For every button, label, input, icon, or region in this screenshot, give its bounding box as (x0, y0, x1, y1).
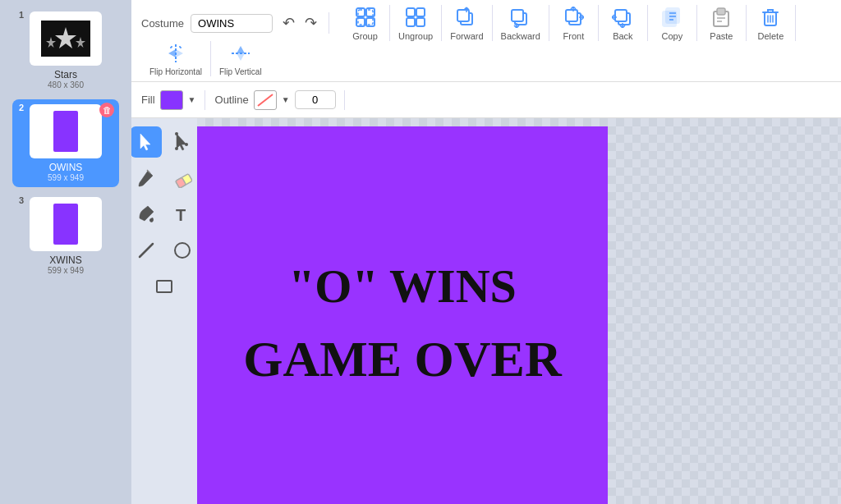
costume-label-stars: Stars (54, 69, 77, 80)
svg-rect-26 (717, 8, 725, 15)
eraser-tool[interactable] (167, 163, 198, 194)
copy-section: Copy (648, 5, 697, 41)
fill-color-swatch[interactable] (160, 90, 183, 110)
flip-h-section: Flip Horizontal (141, 41, 211, 76)
delete-section: Delete (747, 5, 796, 41)
outline-label: Outline (215, 94, 249, 106)
flip-h-button[interactable] (162, 41, 190, 66)
backward-button[interactable] (507, 5, 535, 30)
toolbar-top: Costume ↶ ↷ Group Ungroup (131, 0, 841, 82)
fill-bucket-tool[interactable] (131, 199, 162, 230)
reshape-tool[interactable] (167, 126, 198, 158)
line-tool[interactable] (131, 235, 162, 266)
svg-rect-13 (407, 18, 415, 26)
costume-item-stars[interactable]: 1 Stars 480 x 360 (12, 7, 119, 94)
costume-item-xwins[interactable]: 3 XWINS 599 x 949 (12, 192, 119, 280)
rect-tool[interactable] (149, 271, 180, 302)
costume-thumb-stars (30, 11, 102, 66)
front-label: Front (563, 31, 585, 41)
canvas-text-gameover: GAME OVER (243, 330, 562, 388)
tools-panel: T (131, 118, 197, 504)
select-tool[interactable] (131, 126, 162, 158)
svg-point-29 (175, 132, 178, 135)
ungroup-label: Ungroup (398, 31, 433, 41)
costume-size-xwins: 599 x 949 (48, 266, 84, 275)
copy-label: Copy (662, 31, 683, 41)
tool-row-4 (131, 235, 198, 266)
group-button[interactable] (352, 5, 379, 30)
delete-button[interactable] (756, 5, 784, 30)
tool-row-3: T (131, 199, 198, 230)
svg-rect-11 (407, 8, 415, 16)
svg-rect-5 (53, 204, 78, 245)
costume-item-owins[interactable]: 2 🗑 OWINS 599 x 949 (12, 99, 119, 187)
outline-value-input[interactable] (295, 90, 336, 109)
back-label: Back (613, 31, 632, 41)
brush-tool[interactable] (131, 163, 162, 194)
delete-costume-button[interactable]: 🗑 (99, 103, 114, 117)
group-label: Group (352, 31, 378, 41)
delete-label: Delete (757, 31, 784, 41)
canvas-area: "O" WINS GAME OVER (197, 118, 841, 504)
copy-button[interactable] (658, 5, 686, 30)
svg-point-30 (185, 143, 188, 146)
flip-v-section: Flip Vertical (211, 41, 270, 76)
ungroup-button[interactable] (402, 5, 430, 30)
outline-dropdown-arrow[interactable]: ▼ (282, 95, 290, 104)
forward-section: Forward (442, 5, 492, 41)
front-button[interactable] (559, 5, 587, 30)
svg-rect-14 (416, 18, 425, 26)
costume-num-3: 3 (19, 195, 24, 205)
ungroup-section: Ungroup (390, 5, 442, 41)
backward-label: Backward (501, 31, 540, 41)
costume-thumb-xwins (30, 197, 102, 251)
costume-thumb-owins (30, 104, 102, 158)
costume-num-1: 1 (19, 10, 24, 20)
costume-name-input[interactable] (191, 14, 273, 33)
svg-point-31 (175, 147, 178, 150)
front-section: Front (549, 5, 599, 41)
redo-button[interactable]: ↷ (301, 12, 320, 34)
editor-area: T "O" WINS GAME (131, 118, 841, 504)
toolbar-fill-outline: Fill ▼ Outline ▼ (131, 82, 841, 118)
forward-button[interactable] (453, 5, 480, 30)
flip-h-label: Flip Horizontal (149, 67, 202, 76)
undo-button[interactable]: ↶ (279, 12, 298, 34)
ellipse-tool[interactable] (167, 235, 198, 266)
costume-size-owins: 599 x 949 (48, 173, 84, 182)
back-section: Back (599, 5, 648, 41)
svg-rect-16 (457, 10, 469, 21)
costume-label-owins: OWINS (49, 162, 83, 173)
back-button[interactable] (609, 5, 636, 30)
svg-rect-37 (157, 281, 172, 292)
flip-v-button[interactable] (227, 41, 255, 66)
costume-label: Costume (141, 17, 184, 30)
svg-rect-12 (416, 8, 425, 16)
costume-num-2: 2 (19, 103, 24, 112)
svg-rect-18 (512, 10, 523, 21)
tool-row-2 (131, 163, 198, 194)
costume-panel: 1 Stars 480 x 360 2 🗑 OWINS 599 x 949 3 … (0, 0, 131, 504)
group-section: Group (341, 5, 390, 41)
fill-label: Fill (141, 94, 155, 106)
svg-line-35 (140, 244, 153, 257)
svg-line-28 (258, 94, 273, 106)
svg-text:T: T (176, 206, 186, 224)
svg-rect-24 (666, 8, 679, 23)
canvas-content: "O" WINS GAME OVER (197, 126, 608, 504)
canvas-text-owins: "O" WINS (288, 259, 517, 314)
forward-label: Forward (450, 31, 483, 41)
paste-label: Paste (710, 31, 733, 41)
paste-button[interactable] (707, 5, 735, 30)
svg-rect-4 (53, 111, 78, 152)
backward-section: Backward (493, 5, 549, 41)
paste-section: Paste (697, 5, 747, 41)
fill-dropdown-arrow[interactable]: ▼ (188, 95, 196, 104)
tool-row-5 (149, 271, 180, 302)
costume-name-section: Costume ↶ ↷ (141, 12, 329, 34)
outline-style-picker[interactable] (254, 90, 277, 110)
undo-redo-buttons: ↶ ↷ (279, 12, 320, 34)
text-tool[interactable]: T (167, 199, 198, 230)
flip-v-label: Flip Vertical (219, 67, 262, 76)
outline-section: Outline ▼ (215, 90, 345, 110)
